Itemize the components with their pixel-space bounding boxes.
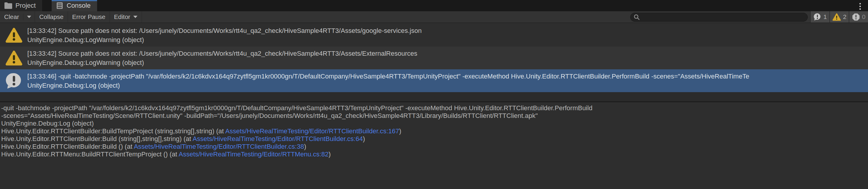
log-entry-warning-2[interactable]: [13:33:42] Source path does not exist: /… <box>0 46 868 69</box>
detail-log-source: UnityEngine.Debug:Log (object) <box>1 120 867 127</box>
chevron-down-icon <box>27 16 31 18</box>
info-bubble-icon <box>5 72 23 89</box>
stack-frame: Hive.Unity.Editor.RTTClientBuilder:Build… <box>1 135 867 143</box>
clear-dropdown-button[interactable] <box>24 11 35 23</box>
warning-triangle-icon <box>5 49 23 67</box>
editor-dropdown-button[interactable]: Editor <box>110 11 142 23</box>
console-toolbar: Clear Collapse Error Pause Editor 1 <box>0 11 868 23</box>
info-count: 1 <box>824 13 827 21</box>
collapse-toggle[interactable]: Collapse <box>35 11 68 23</box>
window-menu-kebab-icon[interactable] <box>856 2 864 11</box>
unity-console-window: Project Console Clear Collapse Error Pau… <box>0 0 868 189</box>
clear-button[interactable]: Clear <box>0 11 23 23</box>
stack-frame: Hive.Unity.Editor.RTTClientBuilder:Build… <box>1 127 867 135</box>
search-input[interactable] <box>642 14 803 21</box>
log-message: [13:33:42] Source path does not exist: /… <box>27 26 422 35</box>
tab-project[interactable]: Project <box>0 0 42 11</box>
log-source: UnityEngine.Debug:Log (object) <box>27 81 749 90</box>
source-file-link[interactable]: Assets/HiveRealTimeTesting/Editor/RTTCli… <box>134 143 304 150</box>
error-count: 0 <box>862 13 866 21</box>
tab-project-label: Project <box>16 2 36 9</box>
log-detail-pane[interactable]: -quit -batchmode -projectPath "/var/fold… <box>0 102 868 189</box>
log-source: UnityEngine.Debug:LogWarning (object) <box>27 35 422 44</box>
error-octagon-icon <box>852 13 860 21</box>
console-icon <box>56 2 64 9</box>
warning-triangle-icon <box>5 27 23 44</box>
log-entry-text: [13:33:42] Source path does not exist: /… <box>27 26 422 44</box>
log-message: [13:33:42] Source path does not exist: /… <box>27 49 417 58</box>
source-file-link[interactable]: Assets/HiveRealTimeTesting/Editor/RTTCli… <box>225 127 399 135</box>
info-count-toggle[interactable]: 1 <box>810 11 829 23</box>
detail-command-line: -quit -batchmode -projectPath "/var/fold… <box>1 104 867 112</box>
source-file-link[interactable]: Assets/HiveRealTimeTesting/Editor/RTTCli… <box>193 135 363 143</box>
log-list-empty-area <box>0 92 868 101</box>
log-list: [13:33:42] Source path does not exist: /… <box>0 24 868 92</box>
tab-console-label: Console <box>66 2 91 9</box>
log-count-badges: 1 2 0 <box>810 11 868 23</box>
tab-console[interactable]: Console <box>52 0 97 11</box>
search-icon <box>633 14 640 21</box>
chevron-down-icon <box>133 16 137 18</box>
error-pause-toggle[interactable]: Error Pause <box>68 11 110 23</box>
log-source: UnityEngine.Debug:LogWarning (object) <box>27 58 417 67</box>
log-message: [13:33:46] -quit -batchmode -projectPath… <box>27 72 749 81</box>
folder-icon <box>4 2 12 9</box>
warning-count: 2 <box>843 13 847 21</box>
error-count-toggle[interactable]: 0 <box>849 11 868 23</box>
log-entry-text: [13:33:42] Source path does not exist: /… <box>27 49 417 67</box>
search-field[interactable] <box>630 13 808 22</box>
info-bubble-icon <box>813 13 822 21</box>
warning-count-toggle[interactable]: 2 <box>829 11 849 23</box>
detail-command-line: -scenes="Assets/HiveRealTimeTesting/Scen… <box>1 112 867 120</box>
stack-frame: Hive.Unity.Editor.RTTClientBuilder:Build… <box>1 143 867 150</box>
source-file-link[interactable]: Assets/HiveRealTimeTesting/Editor/RTTMen… <box>179 150 329 158</box>
tab-strip: Project Console <box>0 0 868 11</box>
log-entry-warning-1[interactable]: [13:33:42] Source path does not exist: /… <box>0 24 868 46</box>
log-entry-text: [13:33:46] -quit -batchmode -projectPath… <box>27 72 749 90</box>
stack-frame: Hive.Unity.Editor.RTTMenu:BuildRTTClient… <box>1 150 867 158</box>
warning-triangle-icon <box>832 13 841 21</box>
log-entry-selected[interactable]: [13:33:46] -quit -batchmode -projectPath… <box>0 69 868 92</box>
